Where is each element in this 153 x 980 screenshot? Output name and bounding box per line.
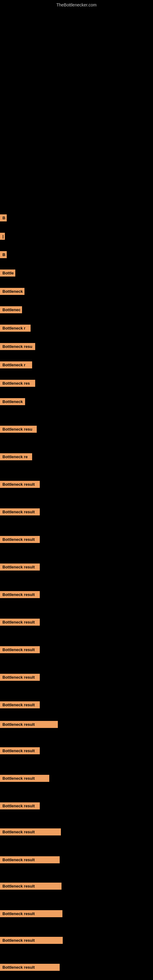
- bottleneck-item: Bottleneck resu: [0, 343, 35, 350]
- bottleneck-item: Bottleneck res: [0, 380, 35, 387]
- bottleneck-item: Bottleneck result: [0, 910, 62, 917]
- bottleneck-item: B: [0, 251, 7, 258]
- bottleneck-item: Bottleneck result: [0, 646, 40, 653]
- bottleneck-item: Bottleneck result: [0, 856, 60, 863]
- bottleneck-item: Bottle: [0, 269, 15, 277]
- bottleneck-item: Bottleneck result: [0, 508, 40, 515]
- bottleneck-item: Bottlenec: [0, 306, 22, 313]
- bottleneck-item: Bottleneck result: [0, 591, 40, 598]
- bottleneck-item: Bottleneck result: [0, 775, 49, 782]
- bottleneck-item: Bottleneck r: [0, 325, 30, 332]
- bottleneck-item: Bottleneck result: [0, 747, 40, 754]
- bottleneck-item: Bottleneck result: [0, 481, 40, 488]
- bottleneck-item: Bottleneck result: [0, 619, 40, 626]
- bottleneck-item: Bottleneck result: [0, 964, 60, 971]
- bottleneck-item: Bottleneck result: [0, 721, 58, 728]
- bottleneck-item: Bottleneck result: [0, 883, 62, 890]
- bottleneck-item: B: [0, 215, 7, 221]
- bottleneck-item: Bottleneck result: [0, 674, 40, 681]
- bottleneck-item: Bottleneck r: [0, 361, 32, 368]
- bottleneck-item: Bottleneck: [0, 398, 25, 405]
- bottleneck-item: Bottleneck resu: [0, 426, 37, 433]
- bottleneck-item: Bottleneck result: [0, 536, 40, 543]
- bottleneck-item: Bottleneck result: [0, 563, 40, 571]
- bottleneck-item: |: [0, 233, 5, 240]
- bottleneck-item: Bottleneck result: [0, 802, 40, 810]
- bottleneck-item: Bottleneck re: [0, 453, 32, 460]
- bottleneck-item: Bottleneck result: [0, 829, 61, 835]
- bottleneck-item: Bottleneck result: [0, 701, 40, 708]
- bottleneck-item: Bottleneck: [0, 288, 24, 295]
- site-title: TheBottlenecker.com: [0, 0, 153, 10]
- bottleneck-item: Bottleneck result: [0, 937, 63, 944]
